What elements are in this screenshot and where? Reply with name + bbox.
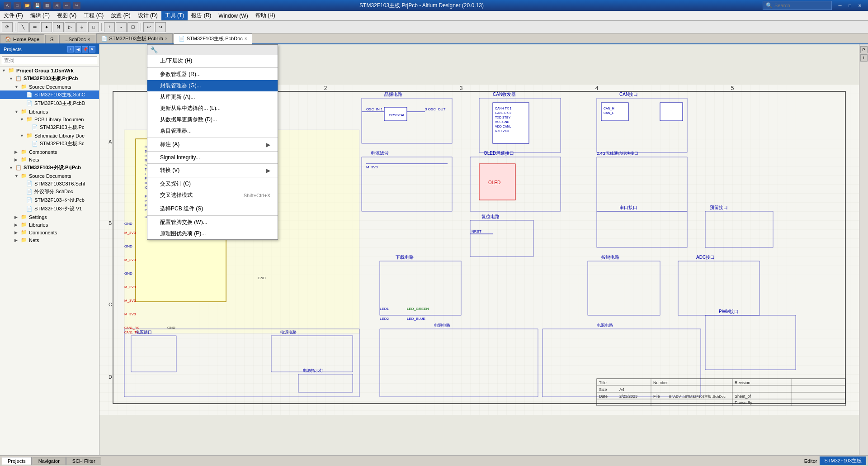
tab-s[interactable]: S xyxy=(45,35,58,43)
menu-edit[interactable]: 编辑 (E) xyxy=(27,11,53,20)
tb-select[interactable]: ⟳ xyxy=(2,22,13,32)
tb-netlab[interactable]: N xyxy=(53,22,64,32)
tree-schlib-file[interactable]: 📄 STM32F103主板.Sc xyxy=(0,139,99,148)
editor-tab[interactable]: Editor xyxy=(802,457,820,465)
tab-schdoc[interactable]: ...SchDoc × xyxy=(59,35,95,43)
tree-ext-v1[interactable]: 📄 STM32F103+外设 V1 xyxy=(0,204,99,213)
tree-libraries-2[interactable]: ▶ 📁 Libraries xyxy=(0,221,99,228)
tb-zoom-out[interactable]: - xyxy=(116,22,127,32)
menu-window[interactable]: Window (W) xyxy=(215,11,251,20)
main-tab[interactable]: STM32F103主板 xyxy=(820,456,866,465)
folder-icon: 📁 xyxy=(21,157,27,162)
menu-file[interactable]: 文件 (F) xyxy=(0,11,27,20)
save-icon[interactable]: 💾 xyxy=(33,2,41,9)
svg-text:3: 3 xyxy=(460,85,463,91)
search-input[interactable] xyxy=(774,3,829,8)
rp-properties[interactable]: P xyxy=(860,46,868,53)
tb-port[interactable]: ▷ xyxy=(65,22,75,32)
tree-stm32-ext[interactable]: ▼ 📋 STM32F103+外设.PrjPcb xyxy=(0,163,99,172)
lib-icon: 📄 xyxy=(32,141,38,147)
tree-components-1[interactable]: ▶ 📁 Components xyxy=(0,148,99,156)
tab-pcbdoc[interactable]: 📄 STM32F103主板.PcbDoc × xyxy=(174,33,252,44)
menu-update-from-lib[interactable]: 从库更新 (A)... xyxy=(147,91,278,103)
menu-param-manager[interactable]: 参数管理器 (R)... xyxy=(147,69,278,80)
maximize-button[interactable]: □ xyxy=(845,2,854,9)
titlebar-search[interactable]: 🔍 xyxy=(763,1,832,10)
tree-pcbdoc-main[interactable]: 📄 STM32F103主板.PcbD xyxy=(0,99,99,108)
menu-cross-select[interactable]: 交叉选择模式 Shift+Ctrl+X xyxy=(147,190,278,201)
tb-wire[interactable]: ╲ xyxy=(18,22,28,32)
undo-icon[interactable]: ↩ xyxy=(63,2,71,9)
menu-select-pcb[interactable]: 选择PCB 组件 (S) xyxy=(147,203,278,214)
tab-pcblib[interactable]: 📄 STM32F103主板.PcbLib × xyxy=(96,33,173,43)
menu-report[interactable]: 报告 (R) xyxy=(188,11,215,20)
tree-ext-pcb[interactable]: 📄 STM32F103+外设.Pcb xyxy=(0,196,99,204)
open-icon[interactable]: 📂 xyxy=(24,2,31,9)
minimize-button[interactable]: ─ xyxy=(835,2,844,9)
tree-source-docs-1[interactable]: ▼ 📁 Source Documents xyxy=(0,83,99,90)
tree-schdoc-main[interactable]: 📄 STM32F103主板.SchC xyxy=(0,90,99,99)
panel-pin-btn[interactable]: 📌 xyxy=(82,46,88,52)
new-icon[interactable]: □ xyxy=(14,2,21,9)
menu-cross-probe[interactable]: 交叉探针 (C) xyxy=(147,178,278,190)
menu-update-db-param[interactable]: 从数据库更新参数 (D)... xyxy=(147,114,278,125)
menu-item-manager[interactable]: 条目管理器... xyxy=(147,125,278,137)
print-icon[interactable]: 🖨 xyxy=(53,2,61,9)
tree-pcblib-doc[interactable]: ▼ 📁 PCB Library Documen xyxy=(0,115,99,123)
tab-home[interactable]: 🏠 Home Page xyxy=(0,34,44,43)
tree-project-group[interactable]: ▼ 📁 Project Group 1.DsnWrk xyxy=(0,67,99,74)
tree-schlib-doc[interactable]: ▼ 📁 Schematic Library Doc xyxy=(0,132,99,139)
menu-signal-integrity[interactable]: Signal Integrity... xyxy=(147,152,278,162)
tb-comp[interactable]: □ xyxy=(88,22,99,32)
tree-settings[interactable]: ▶ 📁 Settings xyxy=(0,213,99,221)
menu-update-selected[interactable]: 更新从库中选择的... (L)... xyxy=(147,103,278,114)
menu-sch-prefs[interactable]: 原理图优先项 (P)... xyxy=(147,228,278,239)
svg-text:GND: GND xyxy=(258,276,266,280)
tree-stm32-main[interactable]: ▼ 📋 STM32F103主板.PrjPcb xyxy=(0,74,99,83)
svg-text:预留接口: 预留接口 xyxy=(710,205,728,210)
arrow-icon: ▼ xyxy=(20,133,24,138)
menu-annotate[interactable]: 标注 (A) ▶ xyxy=(147,139,278,150)
panel-close-btn[interactable]: ◀ xyxy=(75,46,81,52)
project-search-input[interactable] xyxy=(2,56,97,64)
svg-text:电源指示灯: 电源指示灯 xyxy=(303,368,323,373)
menu-footprint-manager[interactable]: 封装管理器 (G)... xyxy=(147,80,278,91)
menu-view[interactable]: 视图 (V) xyxy=(53,11,80,20)
menu-tools[interactable]: 工具 (T) xyxy=(161,11,188,20)
tb-undo[interactable]: ↩ xyxy=(143,22,154,32)
tb-junction[interactable]: ● xyxy=(41,22,52,32)
menu-help[interactable]: 帮助 (H) xyxy=(252,11,279,20)
canvas-area[interactable]: 1 2 3 4 5 A B C D 晶振电路 CRYSTAL OSC_IN 1 … xyxy=(99,44,859,455)
tree-libraries[interactable]: ▼ 📁 Libraries xyxy=(0,108,99,115)
panel-x-btn[interactable]: ✕ xyxy=(89,46,95,52)
menu-configure-pin-swap[interactable]: 配置管脚交换 (W)... xyxy=(147,217,278,228)
rp-info[interactable]: i xyxy=(860,54,868,62)
tree-waishebeifen[interactable]: 📄 外设部分.SchDoc xyxy=(0,187,99,196)
menu-convert[interactable]: 转换 (V) ▶ xyxy=(147,165,278,176)
svg-text:OLED: OLED xyxy=(488,180,500,185)
bottom-tab-sch-filter[interactable]: SCH Filter xyxy=(66,457,101,465)
redo-icon[interactable]: ↪ xyxy=(73,2,80,9)
tb-redo[interactable]: ↪ xyxy=(155,22,166,32)
tree-source-docs-2[interactable]: ▼ 📁 Source Documents xyxy=(0,172,99,180)
close-button[interactable]: ✕ xyxy=(855,2,864,9)
menu-place[interactable]: 放置 (P) xyxy=(107,11,134,20)
tree-c8t6-sch[interactable]: 📄 STM32F103C8T6.SchI xyxy=(0,180,99,187)
bottom-tab-navigator[interactable]: Navigator xyxy=(33,457,66,465)
tb-power[interactable]: ⏚ xyxy=(76,22,87,32)
panel-new-btn[interactable]: + xyxy=(67,46,74,52)
tree-nets-2[interactable]: ▶ 📁 Nets xyxy=(0,236,99,244)
save-all-icon[interactable]: ▦ xyxy=(43,2,51,9)
bottom-tab-projects[interactable]: Projects xyxy=(2,457,32,465)
menu-design[interactable]: 设计 (D) xyxy=(134,11,161,20)
pcbdoc-icon: 📄 xyxy=(179,36,185,42)
tree-nets-1[interactable]: ▶ 📁 Nets xyxy=(0,156,99,163)
tree-pcblib-file[interactable]: 📄 STM32F103主板.Pc xyxy=(0,123,99,132)
tree-components-2[interactable]: ▶ 📁 Components xyxy=(0,228,99,236)
menu-updown-hierarchy[interactable]: 上/下层次 (H) xyxy=(147,55,278,67)
panel-header-buttons: + ◀ 📌 ✕ xyxy=(67,46,95,52)
tb-zoom-in[interactable]: + xyxy=(104,22,115,32)
tb-bus[interactable]: ═ xyxy=(29,22,40,32)
menu-project[interactable]: 工程 (C) xyxy=(80,11,107,20)
tb-zoom-fit[interactable]: ⊡ xyxy=(127,22,138,32)
